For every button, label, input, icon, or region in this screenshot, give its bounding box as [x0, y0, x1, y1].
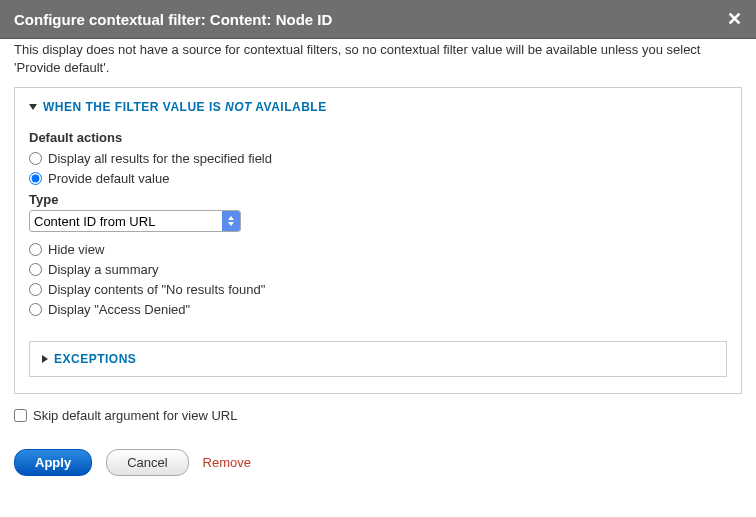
when-not-available-toggle[interactable]: WHEN THE FILTER VALUE IS NOT AVAILABLE [29, 100, 727, 114]
type-select-wrap: Content ID from URL [29, 210, 241, 232]
option-display-all[interactable]: Display all results for the specified fi… [29, 151, 727, 166]
dialog-actions: Apply Cancel Remove [0, 449, 756, 486]
option-hide-view[interactable]: Hide view [29, 242, 727, 257]
dialog-content: This display does not have a source for … [0, 41, 756, 449]
fieldset-title-text: WHEN THE FILTER VALUE IS NOT AVAILABLE [43, 100, 327, 114]
when-not-available-panel: WHEN THE FILTER VALUE IS NOT AVAILABLE D… [14, 87, 742, 394]
cancel-button[interactable]: Cancel [106, 449, 188, 476]
type-label: Type [29, 192, 727, 207]
radio-label: Provide default value [48, 171, 169, 186]
skip-default-argument[interactable]: Skip default argument for view URL [14, 408, 742, 423]
remove-link[interactable]: Remove [203, 455, 251, 470]
exceptions-panel: EXCEPTIONS [29, 341, 727, 377]
default-actions-label: Default actions [29, 130, 727, 145]
radio-label: Display all results for the specified fi… [48, 151, 272, 166]
exceptions-label: EXCEPTIONS [54, 352, 136, 366]
radio-label: Display "Access Denied" [48, 302, 190, 317]
radio-label: Display contents of "No results found" [48, 282, 265, 297]
option-no-results[interactable]: Display contents of "No results found" [29, 282, 727, 297]
radio-display-all[interactable] [29, 152, 42, 165]
radio-provide-default[interactable] [29, 172, 42, 185]
dialog-title: Configure contextual filter: Content: No… [14, 11, 332, 28]
exceptions-toggle[interactable]: EXCEPTIONS [42, 352, 714, 366]
radio-label: Display a summary [48, 262, 159, 277]
chevron-down-icon [29, 104, 37, 110]
checkbox-label: Skip default argument for view URL [33, 408, 237, 423]
apply-button[interactable]: Apply [14, 449, 92, 476]
type-block: Type Content ID from URL [29, 192, 727, 232]
option-provide-default[interactable]: Provide default value [29, 171, 727, 186]
chevron-right-icon [42, 355, 48, 363]
option-display-summary[interactable]: Display a summary [29, 262, 727, 277]
radio-label: Hide view [48, 242, 104, 257]
dialog-titlebar: Configure contextual filter: Content: No… [0, 0, 756, 39]
radio-no-results[interactable] [29, 283, 42, 296]
checkbox-skip-default[interactable] [14, 409, 27, 422]
option-access-denied[interactable]: Display "Access Denied" [29, 302, 727, 317]
radio-access-denied[interactable] [29, 303, 42, 316]
radio-display-summary[interactable] [29, 263, 42, 276]
close-icon[interactable]: ✕ [727, 10, 742, 28]
type-select[interactable]: Content ID from URL [29, 210, 241, 232]
help-text: This display does not have a source for … [14, 41, 742, 77]
radio-hide-view[interactable] [29, 243, 42, 256]
